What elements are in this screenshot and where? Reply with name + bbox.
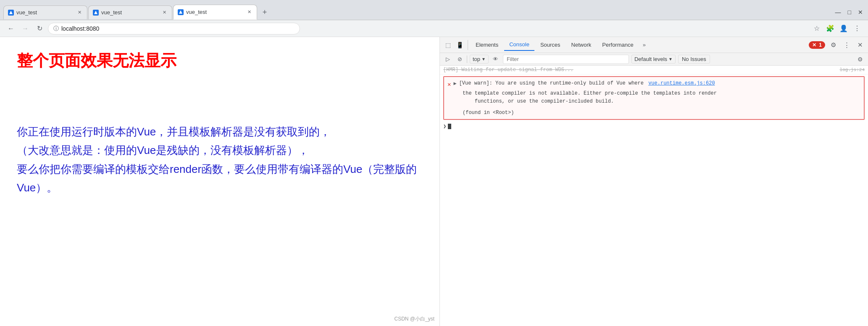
devtools-tab-bar: ⬚ 📱 Elements Console Sources Network Per… xyxy=(440,37,868,53)
reload-button[interactable]: ↻ xyxy=(34,23,45,34)
tab1-favicon xyxy=(8,10,14,16)
lock-icon: ⓘ xyxy=(53,25,59,32)
tab3-close-icon[interactable]: ✕ xyxy=(246,9,253,16)
error-header-row: ✕ ▶ [Vue warn]: You are using the runtim… xyxy=(447,80,860,88)
tab-sources[interactable]: Sources xyxy=(535,39,566,50)
tab2-favicon xyxy=(93,10,99,16)
error-body-text: the template compiler is not available. … xyxy=(447,90,860,106)
address-bar-row: ← → ↻ ⓘ localhost:8080 ☆ 🧩 👤 ⋮ xyxy=(0,20,868,37)
console-toolbar: ▷ ⊘ top ▼ 👁 Default levels ▼ No Issues ⚙ xyxy=(440,53,868,66)
context-label: top xyxy=(473,56,480,62)
devtools-inspect-icon[interactable]: ⬚ xyxy=(442,40,453,50)
devtools-settings-icon[interactable]: ⚙ xyxy=(828,40,839,50)
cursor-arrow-icon: ❯ xyxy=(443,123,446,130)
clear-console-icon[interactable]: ▷ xyxy=(443,55,452,64)
tab1-label: vue_test xyxy=(16,9,74,16)
page-heading: 整个页面效果无法显示 xyxy=(17,50,423,72)
error-icon-x: ✕ xyxy=(812,42,816,48)
devtools-more-icon[interactable]: ⋮ xyxy=(841,40,852,50)
watermark: CSDN @小白_yst xyxy=(394,315,434,323)
console-settings-icon[interactable]: ⚙ xyxy=(855,55,865,64)
block-icon[interactable]: ⊘ xyxy=(455,55,464,64)
level-dropdown-icon: ▼ xyxy=(668,57,673,61)
address-text: localhost:8080 xyxy=(61,25,99,32)
body-line-3: 要么你把你需要编译的模板交给render函数，要么使用带有编译器的Vue（完整版… xyxy=(17,160,423,197)
window-close-icon[interactable]: ✕ xyxy=(856,7,865,17)
tab1-close-icon[interactable]: ✕ xyxy=(76,9,83,16)
browser-tab-1[interactable]: vue_test ✕ xyxy=(3,5,87,20)
window-controls: — □ ✕ xyxy=(834,7,865,20)
bookmark-icon[interactable]: ☆ xyxy=(811,23,823,34)
tab-console[interactable]: Console xyxy=(504,39,534,51)
error-header-main: [Vue warn]: You are using the runtime-on… xyxy=(459,80,644,86)
error-count-badge: ✕ 1 xyxy=(809,41,825,49)
devtools-panel: ⬚ 📱 Elements Console Sources Network Per… xyxy=(439,37,868,326)
main-layout: 整个页面效果无法显示 你正在使用运行时版本的Vue，并且模板解析器是没有获取到的… xyxy=(0,37,868,326)
browser-tab-2[interactable]: vue_test ✕ xyxy=(88,5,172,20)
browser-tab-3[interactable]: vue_test ✕ xyxy=(173,5,257,20)
error-log-block: ✕ ▶ [Vue warn]: You are using the runtim… xyxy=(443,76,865,120)
extensions-icon[interactable]: 🧩 xyxy=(824,23,836,34)
tab-elements[interactable]: Elements xyxy=(471,39,503,50)
filter-input[interactable] xyxy=(503,55,629,64)
devtools-separator xyxy=(468,40,468,50)
eye-icon[interactable]: 👁 xyxy=(491,55,500,64)
tab2-label: vue_test xyxy=(101,9,158,16)
profile-icon[interactable]: 👤 xyxy=(838,23,850,34)
toolbar-divider-1 xyxy=(467,56,467,63)
error-expand-arrow[interactable]: ▶ xyxy=(453,80,456,87)
cursor-caret xyxy=(448,124,451,129)
hmr-log-meta: log.js:24 xyxy=(840,67,865,72)
new-tab-button[interactable]: + xyxy=(258,5,271,19)
tab-performance[interactable]: Performance xyxy=(597,39,638,50)
page-body-text: 你正在使用运行时版本的Vue，并且模板解析器是没有获取到的， （大改意思就是：使… xyxy=(17,122,423,197)
tab3-label: vue_test xyxy=(186,9,243,15)
hmr-log-text: [HMR] Waiting for update signal from WDS… xyxy=(443,67,836,73)
devtools-right-controls: ✕ 1 ⚙ ⋮ ✕ xyxy=(809,40,865,50)
tab-network[interactable]: Network xyxy=(566,39,597,50)
tab2-close-icon[interactable]: ✕ xyxy=(161,9,168,16)
tab3-favicon xyxy=(178,9,184,15)
forward-button[interactable]: → xyxy=(19,23,31,34)
back-button[interactable]: ← xyxy=(5,23,17,34)
window-minimize-icon[interactable]: — xyxy=(834,7,843,17)
error-expand-icon[interactable]: ✕ xyxy=(447,81,451,88)
page-content: 整个页面效果无法显示 你正在使用运行时版本的Vue，并且模板解析器是没有获取到的… xyxy=(0,37,439,326)
toolbar-icons: ☆ 🧩 👤 ⋮ xyxy=(811,23,863,34)
error-link[interactable]: vue.runtime.esm.js:620 xyxy=(648,80,715,86)
console-input-line[interactable]: ❯ xyxy=(440,122,868,131)
devtools-close-icon[interactable]: ✕ xyxy=(855,40,865,50)
error-header-text: [Vue warn]: You are using the runtime-on… xyxy=(459,80,715,86)
context-dropdown-icon: ▼ xyxy=(481,57,486,61)
address-bar[interactable]: ⓘ localhost:8080 xyxy=(48,23,300,34)
no-issues-badge: No Issues xyxy=(678,55,710,64)
menu-icon[interactable]: ⋮ xyxy=(851,23,863,34)
error-found-text: (found in <Root>) xyxy=(447,110,860,116)
tab-more[interactable]: » xyxy=(639,39,649,50)
level-selector[interactable]: Default levels ▼ xyxy=(631,55,676,64)
body-line-2: （大改意思就是：使用的Vue是残缺的，没有模板解析器）， xyxy=(17,141,423,159)
level-label: Default levels xyxy=(634,56,667,62)
body-line-1: 你正在使用运行时版本的Vue，并且模板解析器是没有获取到的， xyxy=(17,122,423,141)
context-selector[interactable]: top ▼ xyxy=(470,55,489,64)
tab-bar: vue_test ✕ vue_test ✕ vue_test ✕ + xyxy=(3,0,830,20)
devtools-device-icon[interactable]: 📱 xyxy=(454,40,465,50)
browser-chrome: vue_test ✕ vue_test ✕ vue_test ✕ + — □ ✕ xyxy=(0,0,868,20)
console-log-area: [HMR] Waiting for update signal from WDS… xyxy=(440,66,868,326)
hmr-log-line: [HMR] Waiting for update signal from WDS… xyxy=(440,66,868,74)
window-maximize-icon[interactable]: □ xyxy=(846,7,853,17)
